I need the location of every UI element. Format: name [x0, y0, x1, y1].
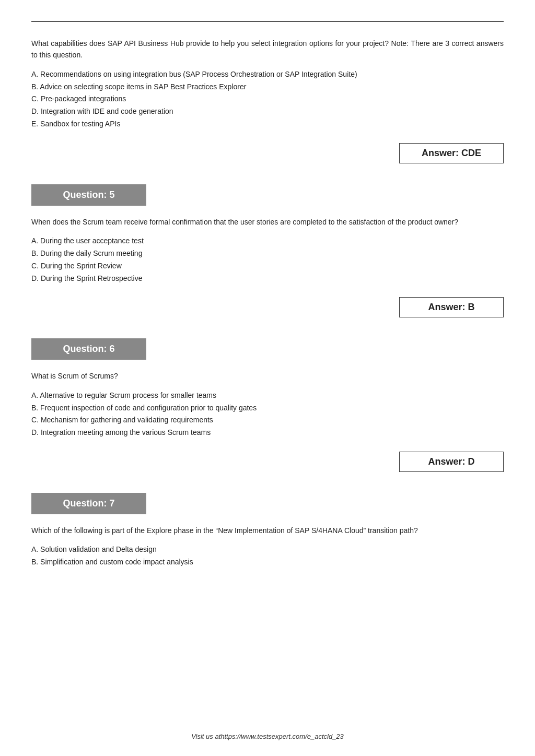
question-5-block: Question: 5 When does the Scrum team rec…	[31, 184, 504, 323]
question-6-answer-box: Answer: D	[399, 452, 504, 472]
q6-option-d: D. Integration meeting among the various…	[31, 427, 504, 439]
intro-option-a: A. Recommendations on using integration …	[31, 68, 504, 81]
footer-text: Visit us athttps://www.testsexpert.com/e…	[191, 733, 344, 740]
footer: Visit us athttps://www.testsexpert.com/e…	[0, 733, 535, 740]
intro-option-c: C. Pre-packaged integrations	[31, 93, 504, 105]
intro-question-text: What capabilities does SAP API Business …	[31, 38, 504, 61]
question-7-block: Question: 7 Which of the following is pa…	[31, 493, 504, 576]
question-5-options: A. During the user acceptance test B. Du…	[31, 235, 504, 285]
question-6-text: What is Scrum of Scrums?	[31, 370, 504, 382]
top-border	[31, 21, 504, 22]
q7-option-a: A. Solution validation and Delta design	[31, 544, 504, 556]
q5-option-d: D. During the Sprint Retrospective	[31, 273, 504, 285]
question-7-text: Which of the following is part of the Ex…	[31, 525, 504, 536]
q6-option-b: B. Frequent inspection of code and confi…	[31, 402, 504, 415]
intro-option-b: B. Advice on selecting scope items in SA…	[31, 81, 504, 93]
question-5-text: When does the Scrum team receive formal …	[31, 216, 504, 228]
question-6-block: Question: 6 What is Scrum of Scrums? A. …	[31, 338, 504, 477]
q6-option-c: C. Mechanism for gathering and validatin…	[31, 414, 504, 427]
q6-option-a: A. Alternative to regular Scrum process …	[31, 389, 504, 402]
q5-option-c: C. During the Sprint Review	[31, 260, 504, 273]
question-6-options: A. Alternative to regular Scrum process …	[31, 389, 504, 439]
q7-option-b: B. Simplification and custom code impact…	[31, 556, 504, 569]
question-6-header: Question: 6	[31, 338, 146, 360]
intro-answer-box: Answer: CDE	[399, 143, 504, 163]
intro-option-e: E. Sandbox for testing APIs	[31, 118, 504, 131]
intro-question-block: What capabilities does SAP API Business …	[31, 38, 504, 169]
intro-option-d: D. Integration with IDE and code generat…	[31, 105, 504, 118]
question-5-answer-box: Answer: B	[399, 297, 504, 317]
page: What capabilities does SAP API Business …	[0, 0, 535, 756]
q5-option-b: B. During the daily Scrum meeting	[31, 247, 504, 260]
question-7-header: Question: 7	[31, 493, 146, 514]
question-7-options: A. Solution validation and Delta design …	[31, 544, 504, 569]
q5-option-a: A. During the user acceptance test	[31, 235, 504, 247]
question-5-header: Question: 5	[31, 184, 146, 206]
intro-options-list: A. Recommendations on using integration …	[31, 68, 504, 131]
